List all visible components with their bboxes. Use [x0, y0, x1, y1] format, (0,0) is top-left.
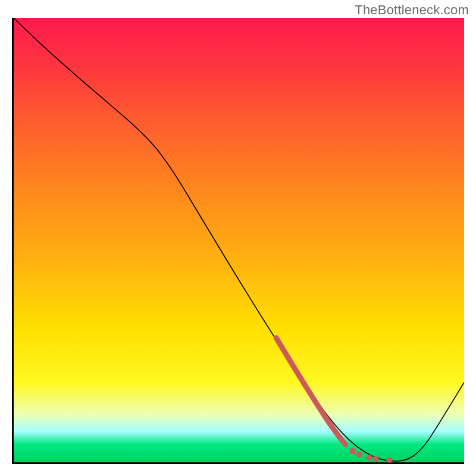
highlight-segment	[276, 338, 346, 444]
highlight-dot	[387, 457, 393, 463]
chart-container: { "watermark": "TheBottleneck.com", "cha…	[0, 0, 476, 476]
curve-line	[14, 18, 464, 461]
chart-svg	[14, 18, 464, 462]
plot-area	[12, 18, 464, 464]
highlight-dot	[367, 455, 372, 461]
highlight-dot	[373, 456, 379, 462]
highlight-dot	[356, 452, 362, 458]
watermark-text: TheBottleneck.com	[355, 2, 469, 18]
highlight-dot	[349, 448, 356, 455]
